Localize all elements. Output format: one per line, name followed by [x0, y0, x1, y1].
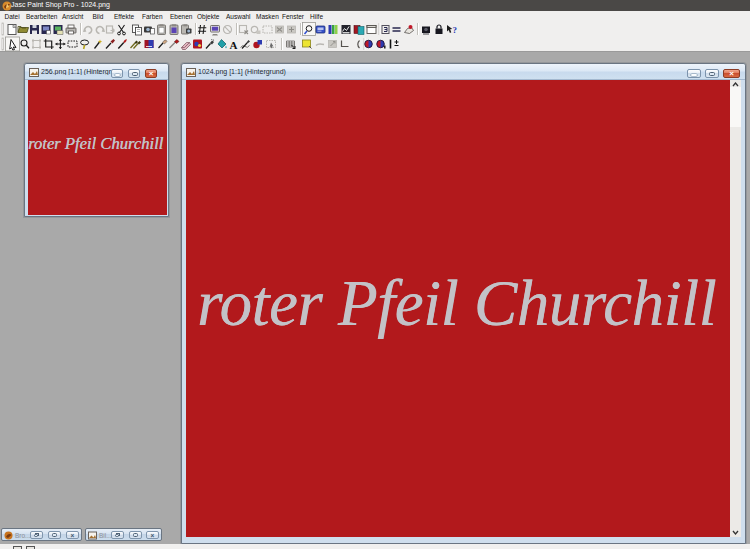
- svg-text:?: ?: [453, 25, 458, 35]
- svg-text:A: A: [230, 39, 238, 51]
